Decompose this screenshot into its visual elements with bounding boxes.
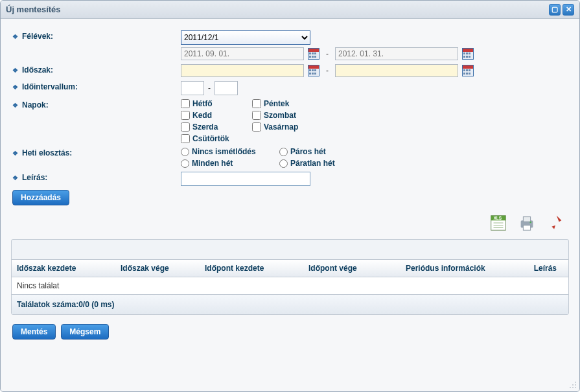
date-separator: -: [326, 66, 329, 75]
checkbox-tuesday[interactable]: Kedd: [181, 111, 246, 120]
calendar-icon[interactable]: [308, 48, 319, 60]
svg-point-11: [572, 384, 574, 386]
window-title: Új mentesítés: [6, 5, 547, 14]
results-grid: Időszak kezdete Időszak vége Időpont kez…: [11, 239, 569, 315]
cancel-button[interactable]: Mégsem: [61, 324, 109, 340]
resize-grip-icon[interactable]: [568, 380, 577, 389]
row-semesters: ❖ Félévek: 2011/12/1 -: [12, 30, 568, 60]
checkbox-wednesday[interactable]: Szerda: [181, 122, 246, 132]
checkbox-friday[interactable]: Péntek: [252, 99, 323, 108]
row-interval: ❖ Időintervallum: -: [12, 81, 568, 95]
label-interval: ❖ Időintervallum:: [12, 81, 181, 91]
period-start-input[interactable]: [181, 64, 304, 77]
maximize-button[interactable]: ▢: [549, 4, 561, 16]
label-days: ❖ Napok:: [12, 99, 181, 110]
print-icon[interactable]: [517, 213, 537, 233]
save-button[interactable]: Mentés: [12, 324, 56, 340]
svg-point-9: [529, 222, 531, 223]
svg-text:XLS: XLS: [494, 216, 502, 220]
grid-footer: Találatok száma:0/0 (0 ms): [12, 295, 568, 314]
semester-select[interactable]: 2011/12/1: [181, 30, 310, 45]
calendar-icon[interactable]: [462, 65, 474, 76]
dialog-window: Új mentesítés ▢ ✕ ❖ Félévek: 2011/12/1 -: [0, 0, 580, 392]
bullet-icon: ❖: [12, 84, 18, 91]
col-description[interactable]: Leírás: [517, 260, 568, 277]
radio-even-week[interactable]: Páros hét: [279, 147, 370, 156]
radio-no-repeat[interactable]: Nincs ismétlődés: [181, 147, 278, 156]
maximize-icon: ▢: [551, 6, 558, 13]
description-input[interactable]: [181, 172, 310, 186]
svg-point-15: [575, 387, 576, 388]
svg-point-10: [575, 382, 576, 383]
bullet-icon: ❖: [12, 102, 18, 109]
grid-header-row: Időszak kezdete Időszak vége Időpont kez…: [12, 259, 568, 277]
close-icon: ✕: [566, 6, 572, 13]
form-area: ❖ Félévek: 2011/12/1 - ❖ Időszak:: [1, 19, 579, 211]
semester-start-input[interactable]: [181, 47, 304, 60]
semester-end-input[interactable]: [335, 47, 458, 60]
svg-point-12: [575, 384, 576, 386]
label-weekly: ❖ Heti elosztás:: [12, 147, 181, 157]
col-start-period[interactable]: Időszak kezdete: [12, 260, 115, 277]
dialog-buttons: Mentés Mégsem: [1, 321, 579, 351]
period-end-input[interactable]: [335, 64, 458, 77]
interval-separator: -: [208, 84, 211, 93]
bullet-icon: ❖: [12, 150, 18, 157]
label-period: ❖ Időszak:: [12, 64, 181, 75]
svg-point-14: [572, 387, 574, 388]
bullet-icon: ❖: [12, 174, 18, 181]
add-button[interactable]: Hozzáadás: [12, 190, 69, 205]
row-weekly: ❖ Heti elosztás: Nincs ismétlődés Páros …: [12, 147, 568, 168]
close-button[interactable]: ✕: [563, 4, 574, 16]
svg-point-13: [570, 387, 571, 388]
checkbox-sunday[interactable]: Vasárnap: [252, 122, 323, 132]
svg-rect-7: [523, 217, 530, 222]
interval-to-input[interactable]: [215, 81, 238, 95]
label-semesters: ❖ Félévek:: [12, 30, 181, 41]
pin-icon[interactable]: [546, 213, 565, 233]
col-end-time[interactable]: Időpont vége: [303, 260, 400, 277]
date-separator: -: [326, 49, 329, 58]
col-start-time[interactable]: Időpont kezdete: [200, 260, 303, 277]
bullet-icon: ❖: [12, 67, 18, 74]
row-period: ❖ Időszak: -: [12, 64, 568, 77]
label-description: ❖ Leírás:: [12, 172, 181, 182]
row-days: ❖ Napok: Hétfő Péntek Kedd Szombat Szerd…: [12, 99, 568, 143]
row-description: ❖ Leírás:: [12, 172, 568, 186]
radio-every-week[interactable]: Minden hét: [181, 159, 278, 168]
grid-toolbar: XLS: [1, 211, 579, 236]
grid-empty-text: Nincs találat: [12, 277, 568, 295]
interval-from-input[interactable]: [181, 81, 204, 95]
col-period-info[interactable]: Periódus információk: [400, 260, 517, 277]
col-end-period[interactable]: Időszak vége: [115, 260, 200, 277]
svg-rect-8: [523, 225, 530, 231]
titlebar: Új mentesítés ▢ ✕: [1, 1, 579, 19]
checkbox-monday[interactable]: Hétfő: [181, 99, 246, 108]
calendar-icon[interactable]: [308, 65, 319, 76]
checkbox-saturday[interactable]: Szombat: [252, 111, 323, 120]
radio-odd-week[interactable]: Páratlan hét: [279, 159, 370, 168]
export-xls-icon[interactable]: XLS: [489, 213, 508, 233]
checkbox-thursday[interactable]: Csütörtök: [181, 134, 323, 143]
calendar-icon[interactable]: [462, 48, 474, 60]
bullet-icon: ❖: [12, 33, 18, 40]
